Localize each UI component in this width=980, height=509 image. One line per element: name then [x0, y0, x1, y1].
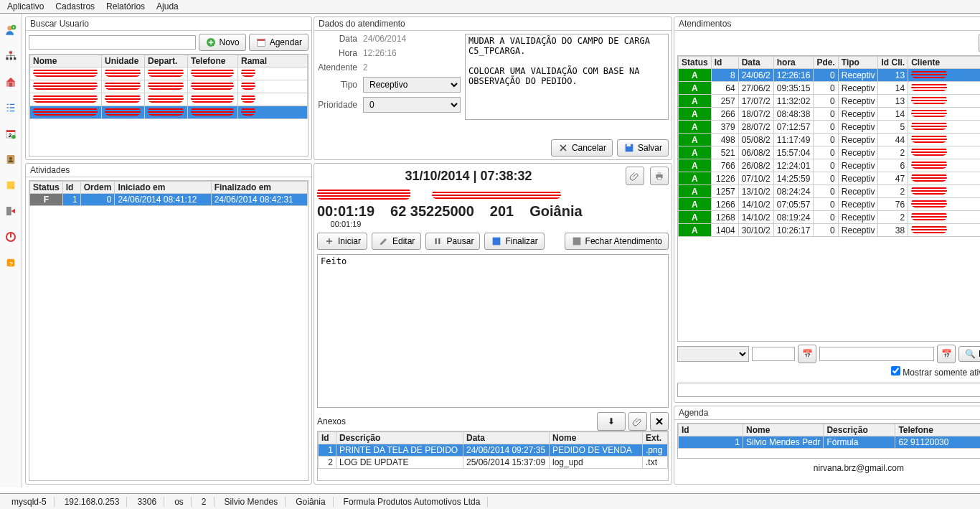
svg-point-12 [9, 157, 12, 160]
fechar-button[interactable]: Fechar Atendimento [565, 233, 669, 250]
list-icon[interactable] [0, 97, 22, 118]
pausar-button[interactable]: Pausar [425, 233, 480, 250]
attach2-icon[interactable] [628, 412, 647, 431]
svg-rect-29 [573, 238, 580, 246]
dados-atendente: 2 [363, 62, 368, 73]
svg-rect-26 [435, 238, 437, 244]
exit-icon[interactable] [0, 200, 22, 222]
menu-relatorios[interactable]: Relatórios [106, 1, 145, 11]
svg-rect-27 [439, 238, 440, 244]
user-table[interactable]: Nome Unidade Depart. Telefone Ramal [29, 54, 308, 157]
agendar-button[interactable]: Agendar [249, 34, 308, 51]
sidebar: 2 ? [0, 14, 22, 487]
filter-input[interactable] [752, 347, 795, 361]
svg-rect-25 [657, 177, 661, 179]
menubar: Aplicativo Cadastros Relatórios Ajuda [0, 0, 980, 14]
anexos-table[interactable]: Id Descrição Data Nome Ext. 1PRINTE DA T… [317, 431, 669, 481]
svg-rect-5 [14, 57, 16, 60]
home-icon[interactable] [0, 71, 22, 93]
anexos-title: Anexos [317, 416, 594, 426]
dados-panel: Dados do atendimento Data24/06/2014 Hora… [314, 17, 672, 160]
checkbox-label[interactable]: Mostrar somente atividades Abertas [891, 366, 980, 378]
delete-icon[interactable] [650, 412, 669, 431]
finalizar-button[interactable]: Finalizar [484, 233, 544, 250]
salvar-button[interactable]: Salvar [617, 139, 669, 157]
svg-rect-3 [6, 57, 8, 60]
svg-point-10 [11, 135, 15, 139]
note-icon[interactable] [0, 174, 22, 196]
extension: 201 [490, 203, 514, 220]
power-icon[interactable] [0, 226, 22, 248]
agenda-panel: Agenda Id Nome Descrição Telefone 1 Silv… [674, 406, 980, 485]
main-textarea[interactable]: Feito [317, 254, 669, 408]
menu-aplicativo[interactable]: Aplicativo [7, 1, 44, 11]
print-icon[interactable] [650, 167, 669, 185]
statusbar: mysqld-5 192.168.0.253 3306 os 2 Silvio … [0, 493, 980, 509]
contact-icon[interactable] [0, 149, 22, 170]
dados-notes[interactable]: MUDAR A VALIDAÇÃO DO CAMPO DE CARGA C5_T… [465, 34, 669, 120]
svg-rect-28 [493, 238, 501, 246]
abertas-checkbox[interactable] [891, 366, 900, 375]
cancelar-button[interactable]: Cancelar [551, 139, 613, 157]
buscar-button[interactable]: 🔍 Buscar... [958, 346, 980, 362]
download-icon[interactable]: ⬇ [597, 412, 626, 431]
agenda-table[interactable]: Id Nome Descrição Telefone 1 Silvio Mend… [677, 423, 980, 459]
current-datetime: 31/10/2014 | 07:38:32 [317, 169, 620, 184]
help-icon[interactable]: ? [0, 252, 22, 274]
editar-button[interactable]: Editar [372, 233, 421, 250]
panel-title: Buscar Usuario [26, 17, 311, 31]
menu-cadastros[interactable]: Cadastros [55, 1, 95, 11]
attach-icon[interactable] [626, 167, 644, 185]
svg-rect-24 [657, 172, 661, 174]
novo-button[interactable]: Novo [199, 34, 246, 51]
phone: 62 35225000 [390, 203, 474, 220]
dados-hora: 12:26:16 [363, 48, 397, 58]
menu-ajuda[interactable]: Ajuda [156, 1, 179, 11]
svg-text:?: ? [9, 261, 13, 267]
dados-data: 24/06/2014 [363, 34, 406, 44]
atendimentos-table[interactable]: Status Id Data hora Pde. Tipo Id Cli. Cl… [677, 55, 980, 342]
org-icon[interactable] [0, 45, 22, 67]
svg-rect-4 [10, 57, 12, 60]
svg-text:2: 2 [9, 132, 12, 139]
calendar-icon[interactable]: 2 [0, 123, 22, 144]
iniciar-button[interactable]: Iniciar [317, 233, 367, 250]
contact-name [317, 188, 410, 203]
atividades-panel: Atividades Status Id Ordem Iniciado em F… [25, 163, 312, 485]
atividades-table[interactable]: Status Id Ordem Iniciado em Finalizado e… [29, 180, 308, 481]
svg-rect-2 [9, 51, 12, 53]
city: Goiânia [529, 203, 582, 220]
svg-rect-20 [257, 39, 265, 41]
cal2-icon[interactable]: 📅 [937, 345, 956, 363]
timer: 00:01:19 [317, 203, 374, 220]
call-panel: 31/10/2014 | 07:38:32 00:01:19 00:01:19 … [314, 163, 672, 485]
agenda-email: nirvana.brz@gmail.com [677, 463, 980, 473]
contact-email [432, 190, 561, 201]
filter-input2[interactable] [819, 347, 934, 361]
user-add-icon[interactable] [0, 19, 22, 41]
atendimentos-panel: Atendimentos Status Id Data hora Pde. Ti… [674, 17, 980, 403]
search-input[interactable] [29, 35, 196, 50]
cal-icon[interactable]: 📅 [798, 345, 816, 363]
buscar-usuario-panel: Buscar Usuario Novo Agendar Nome Unidade… [25, 17, 312, 160]
add-input[interactable] [677, 383, 980, 397]
prio-select[interactable]: 0 [363, 97, 461, 113]
filter-select[interactable] [677, 346, 749, 362]
svg-rect-22 [627, 144, 631, 146]
svg-rect-6 [9, 83, 12, 86]
svg-rect-14 [6, 207, 11, 215]
tipo-select[interactable]: Receptivo [363, 77, 461, 93]
